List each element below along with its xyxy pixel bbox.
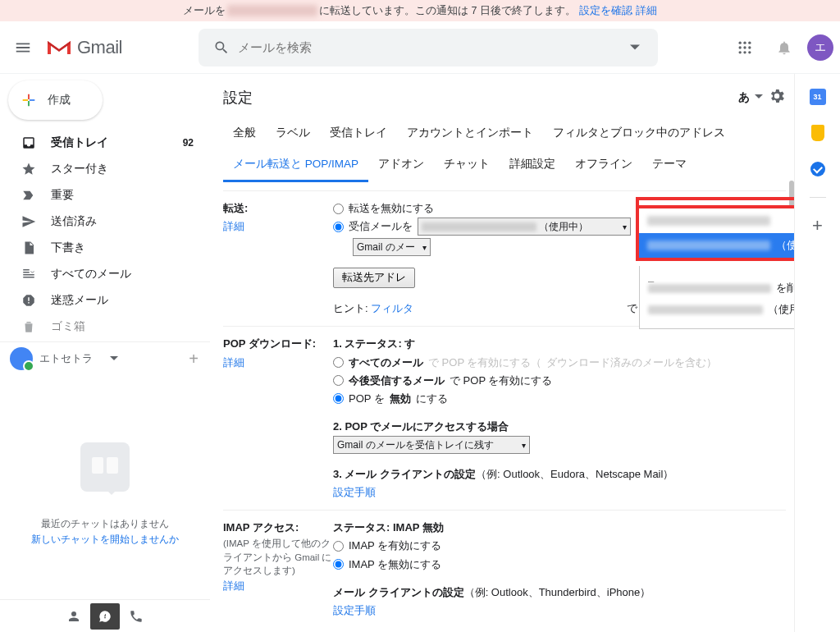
apps-icon[interactable] <box>728 31 761 64</box>
calendar-icon[interactable]: 31 <box>810 89 826 105</box>
forwarding-label: 転送: <box>223 199 333 218</box>
settings-tabs-row2: メール転送と POP/IMAP アドオン チャット 詳細設定 オフライン テーマ <box>223 150 786 182</box>
svg-point-3 <box>739 46 742 48</box>
imap-detail-link[interactable]: 詳細 <box>223 579 244 592</box>
tab-chat[interactable]: チャット <box>434 150 500 182</box>
product-name: Gmail <box>77 37 122 58</box>
hangouts-start-link[interactable]: 新しいチャットを開始しませんか <box>31 533 179 547</box>
hangouts-logo-icon <box>80 442 130 492</box>
hangouts-header: エトセトラ + <box>0 341 210 373</box>
imap-config-link[interactable]: 設定手順 <box>333 604 376 616</box>
svg-point-7 <box>743 51 746 53</box>
imap-label: IMAP アクセス: <box>223 519 333 537</box>
tab-forwarding-pop-imap[interactable]: メール転送と POP/IMAP <box>223 150 368 182</box>
account-avatar[interactable]: エ <box>807 34 833 61</box>
hangouts-tabs: ” <box>0 599 210 632</box>
tab-offline[interactable]: オフライン <box>565 150 642 182</box>
keep-icon[interactable] <box>810 125 826 141</box>
pop-config-link[interactable]: 設定手順 <box>333 486 376 498</box>
hangouts-tab-phone[interactable] <box>121 603 151 630</box>
side-panel: 31 + <box>794 74 840 632</box>
hangouts-tab-contacts[interactable] <box>59 603 89 630</box>
pop-status-heading: 1. ステータス: す <box>333 337 415 350</box>
nav-allmail[interactable]: すべてのメール <box>0 261 200 287</box>
compose-button[interactable]: 作成 <box>8 80 103 120</box>
nav-inbox[interactable]: 受信トレイ92 <box>0 130 200 156</box>
forwarding-address-select[interactable]: （使用中） <box>418 218 631 236</box>
dropdown-option-2-selected[interactable]: （使用中） <box>639 233 794 258</box>
hangouts-avatar[interactable] <box>10 347 33 370</box>
forwarding-address-dropdown[interactable]: （使用中） <box>636 205 794 261</box>
tasks-icon[interactable] <box>810 161 826 177</box>
dropdown-remove-1[interactable]: を削除 <box>648 277 794 299</box>
nav-sent[interactable]: 送信済み <box>0 208 200 235</box>
redacted-email <box>227 5 317 16</box>
sidebar: 作成 受信トレイ92 スター付き 重要 送信済み 下書き すべてのメール 迷惑メ… <box>0 74 210 632</box>
pop-label: POP ダウンロード: <box>223 335 333 353</box>
pop-detail-link[interactable]: 詳細 <box>223 356 244 369</box>
add-addon-button[interactable]: + <box>810 218 826 234</box>
hangouts-tab-chat[interactable]: ” <box>90 603 120 630</box>
svg-point-4 <box>743 46 746 48</box>
hangouts-body: 最近のチャットはありません 新しいチャットを開始しませんか <box>0 373 210 599</box>
search-options-caret[interactable] <box>619 43 651 53</box>
tab-advanced[interactable]: 詳細設定 <box>500 150 565 182</box>
svg-point-0 <box>739 41 742 44</box>
page-title: 設定 <box>223 88 738 108</box>
dropdown-remove-2[interactable]: （使用中）を削除 <box>648 299 794 320</box>
dropdown-highlight-top <box>636 197 794 205</box>
notifications-icon[interactable] <box>768 31 801 64</box>
nav-spam[interactable]: 迷惑メール <box>0 287 200 314</box>
forwarding-address-dropdown-extra[interactable]: – を削除 （使用中）を削除 <box>639 266 794 329</box>
search-input[interactable] <box>238 40 619 54</box>
svg-point-2 <box>748 41 751 44</box>
search-icon[interactable] <box>205 39 238 56</box>
imap-sublabel: (IMAP を使用して他のクライアントから Gmail にアクセスします) <box>223 537 333 576</box>
imap-enable-radio[interactable]: IMAP を有効にする <box>333 537 786 555</box>
pop-enable-new-radio[interactable]: 今後受信するメールで POP を有効にする <box>333 372 786 390</box>
banner-detail-link[interactable]: 詳細 <box>636 4 657 18</box>
svg-point-5 <box>748 46 751 48</box>
dropdown-option-1[interactable] <box>639 208 794 233</box>
tab-themes[interactable]: テーマ <box>642 150 696 182</box>
tab-accounts[interactable]: アカウントとインポート <box>397 119 543 147</box>
forwarding-keep-select[interactable]: Gmail のメー <box>353 238 431 256</box>
pop-enable-all-radio[interactable]: すべてのメールで POP を有効にする（ダウンロード済みのメールを含む） <box>333 354 786 372</box>
imap-status: ステータス: IMAP 無効 <box>333 521 444 534</box>
hangouts-new-chat[interactable]: + <box>189 350 199 369</box>
pop-disable-radio[interactable]: POP を無効にする <box>333 390 786 408</box>
tab-filters[interactable]: フィルタとブロック中のアドレス <box>543 119 735 147</box>
nav-starred[interactable]: スター付き <box>0 156 200 182</box>
banner-settings-link[interactable]: 設定を確認 <box>579 4 632 18</box>
imap-client-heading: メール クライアントの設定 <box>333 586 464 598</box>
compose-label: 作成 <box>48 93 71 108</box>
svg-point-6 <box>739 51 742 53</box>
forwarding-notice-banner: メールをに転送しています。この通知は 7 日後で終了します。 設定を確認 詳細 <box>0 0 840 21</box>
nav-trash[interactable]: ゴミ箱 <box>0 314 200 340</box>
tab-general[interactable]: 全般 <box>223 119 266 147</box>
hangouts-empty-text: 最近のチャットはありません <box>41 516 169 532</box>
chevron-down-icon[interactable] <box>110 353 118 365</box>
tab-addons[interactable]: アドオン <box>368 150 434 182</box>
svg-point-8 <box>748 51 751 53</box>
imap-disable-radio[interactable]: IMAP を無効にする <box>333 556 786 574</box>
gear-icon[interactable] <box>768 87 786 108</box>
input-tools-button[interactable]: あ <box>738 90 763 105</box>
nav-important[interactable]: 重要 <box>0 182 200 208</box>
settings-tabs-row1: 全般 ラベル 受信トレイ アカウントとインポート フィルタとブロック中のアドレス <box>223 119 786 147</box>
top-bar: Gmail エ <box>0 21 840 74</box>
nav-list: 受信トレイ92 スター付き 重要 送信済み 下書き すべてのメール 迷惑メール … <box>0 130 210 340</box>
tab-inbox[interactable]: 受信トレイ <box>320 119 397 147</box>
forwarding-detail-link[interactable]: 詳細 <box>223 220 244 232</box>
nav-drafts[interactable]: 下書き <box>0 235 200 261</box>
main-menu-button[interactable] <box>3 28 43 67</box>
add-forwarding-address-button[interactable]: 転送先アドレ <box>333 268 415 288</box>
pop-access-heading: 2. POP でメールにアクセスする場合 <box>333 420 509 433</box>
filter-hint-link[interactable]: フィルタ <box>371 302 413 314</box>
search-bar[interactable] <box>199 29 658 66</box>
pop-client-heading: 3. メール クライアントの設定 <box>333 468 476 480</box>
hangouts-username: エトセトラ <box>39 351 110 366</box>
tab-labels[interactable]: ラベル <box>266 119 320 147</box>
gmail-logo[interactable]: Gmail <box>46 37 194 58</box>
pop-action-select[interactable]: Gmail のメールを受信トレイに残す <box>333 436 530 454</box>
